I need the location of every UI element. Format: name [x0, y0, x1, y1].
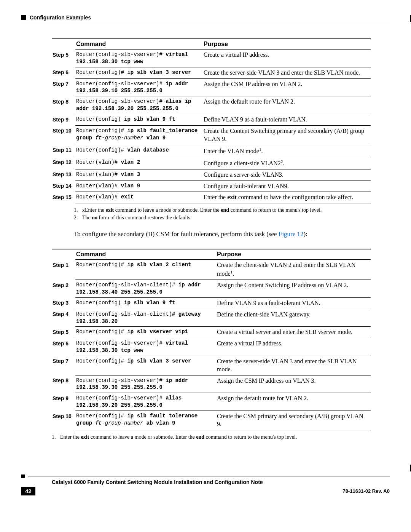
- table-row: Step 10Router(config)# ip slb fault_tole…: [52, 125, 371, 145]
- col-purpose: Purpose: [203, 39, 371, 50]
- command-cell: Router(vlan)# vlan 3: [75, 169, 203, 181]
- table-row: Step 5Router(config)# ip slb vserver vip…: [52, 327, 371, 338]
- table-row: Step 12Router(vlan)# vlan 2Configure a c…: [52, 157, 371, 169]
- table-row: Step 14Router(vlan)# vlan 9Configure a f…: [52, 181, 371, 192]
- command-cell: Router(config-slb-vserver)# alias ip add…: [75, 96, 203, 114]
- purpose-cell: Create a virtual IP address.: [203, 50, 371, 67]
- purpose-cell: Configure a client-side VLAN22.: [203, 157, 371, 169]
- table-row: Step 7Router(config)# ip slb vlan 3 serv…: [52, 356, 371, 375]
- step-label: Step 5: [52, 50, 75, 67]
- purpose-cell: Enter the VLAN mode1.: [203, 145, 371, 157]
- step-label: Step 5: [52, 327, 75, 338]
- step-label: Step 4: [52, 309, 75, 327]
- footnotes-b: 1.Enter the exit command to leave a mode…: [52, 434, 371, 440]
- footnote: 2.The no form of this command restores t…: [74, 215, 371, 221]
- step-label: Step 14: [52, 181, 75, 192]
- purpose-cell: Define VLAN 9 as a fault-tolerant VLAN.: [203, 114, 371, 126]
- table-row: Step 11Router(config)# vlan databaseEnte…: [52, 145, 371, 157]
- purpose-cell: Create the server-side VLAN 3 and enter …: [203, 67, 371, 78]
- step-label: Step 10: [52, 411, 75, 430]
- purpose-cell: Assign the default route for VLAN 2.: [216, 393, 371, 411]
- step-label: Step 6: [52, 67, 75, 78]
- command-cell: Router(config)# ip slb vserver vip1: [75, 327, 216, 338]
- footnote: 1.Enter the exit command to leave a mode…: [52, 434, 371, 440]
- section-title: Configuration Examples: [30, 14, 91, 21]
- command-cell: Router(config)# ip slb vlan 2 client: [75, 260, 216, 280]
- step-label: Step 2: [52, 280, 75, 298]
- footnote-number: 2.: [74, 215, 82, 221]
- step-label: Step 1: [52, 260, 75, 280]
- section-header: Configuration Examples: [21, 14, 390, 21]
- purpose-cell: Create the server-side VLAN 3 and enter …: [216, 356, 371, 375]
- purpose-cell: Define VLAN 9 as a fault-tolerant VLAN.: [216, 297, 371, 309]
- table-row: Step 7Router(config-slb-vserver)# ip add…: [52, 78, 371, 96]
- command-cell: Router(config-slb-vserver)# virtual 192.…: [75, 50, 203, 67]
- step-label: Step 9: [52, 114, 75, 126]
- doc-title: Catalyst 6000 Family Content Switching M…: [52, 479, 390, 485]
- purpose-cell: Create a virtual server and enter the SL…: [216, 327, 371, 338]
- step-label: Step 15: [52, 192, 75, 203]
- step-label: Step 3: [52, 297, 75, 309]
- command-cell: Router(config-slb-vserver)# alias 192.15…: [75, 393, 216, 411]
- command-cell: Router(vlan)# vlan 9: [75, 181, 203, 192]
- para-post: ):: [304, 230, 307, 238]
- footer-rule-line: [28, 476, 390, 476]
- purpose-cell: Create the client-side VLAN 2 and enter …: [216, 260, 371, 280]
- col-purpose: Purpose: [216, 249, 371, 260]
- purpose-cell: Assign the CSM IP address on VLAN 3.: [216, 375, 371, 393]
- command-cell: Router(vlan)# exit: [75, 192, 203, 203]
- command-cell: Router(config)# ip slb vlan 3 server: [75, 67, 203, 78]
- footnote-text: xEnter the exit command to leave a mode …: [82, 207, 322, 213]
- purpose-cell: Assign the default route for VLAN 2.: [203, 96, 371, 114]
- step-label: Step 13: [52, 169, 75, 181]
- step-label: Step 9: [52, 393, 75, 411]
- revision: 78-11631-02 Rev. A0: [342, 488, 390, 494]
- step-label: Step 11: [52, 145, 75, 157]
- content-area: Command Purpose Step 5Router(config-slb-…: [52, 38, 371, 440]
- col-command: Command: [75, 39, 203, 50]
- table-row: Step 3Router(config) ip slb vlan 9 ftDef…: [52, 297, 371, 309]
- table-row: Step 6Router(config-slb-vserver)# virtua…: [52, 338, 371, 356]
- page-number: 42: [21, 487, 35, 495]
- command-cell: Router(config-slb-vserver)# ip addr 192.…: [75, 375, 216, 393]
- intro-paragraph: To configure the secondary (B) CSM for f…: [74, 230, 371, 239]
- footnote: 1.xEnter the exit command to leave a mod…: [74, 207, 371, 213]
- step-label: Step 10: [52, 125, 75, 145]
- table-row: Step 10Router(config)# ip slb fault_tole…: [52, 411, 371, 430]
- page-footer: Catalyst 6000 Family Content Switching M…: [21, 474, 390, 495]
- table-row: Step 13Router(vlan)# vlan 3Configure a s…: [52, 169, 371, 181]
- command-cell: Router(config)# ip slb fault_tolerance g…: [75, 411, 216, 430]
- purpose-cell: Create a virtual IP address.: [216, 338, 371, 356]
- table-row: Step 4Router(config-slb-vlan-client)# ga…: [52, 309, 371, 327]
- footnote-number: 1.: [52, 434, 60, 440]
- table-row: Step 8Router(config-slb-vserver)# ip add…: [52, 375, 371, 393]
- step-label: Step 7: [52, 356, 75, 375]
- step-label: Step 8: [52, 96, 75, 114]
- table-row: Step 8Router(config-slb-vserver)# alias …: [52, 96, 371, 114]
- command-table-b: Command Purpose Step 1Router(config)# ip…: [52, 249, 371, 430]
- table-row: Step 5Router(config-slb-vserver)# virtua…: [52, 50, 371, 67]
- command-cell: Router(config-slb-vserver)# ip addr 192.…: [75, 78, 203, 96]
- table-row: Step 15Router(vlan)# exitEnter the exit …: [52, 192, 371, 203]
- command-cell: Router(config-slb-vlan-client)# gateway …: [75, 309, 216, 327]
- table-row: Step 6Router(config)# ip slb vlan 3 serv…: [52, 67, 371, 78]
- command-cell: Router(config)# vlan database: [75, 145, 203, 157]
- step-label: Step 6: [52, 338, 75, 356]
- header-rule: [21, 23, 390, 23]
- command-cell: Router(config-slb-vserver)# virtual 192.…: [75, 338, 216, 356]
- figure-link[interactable]: Figure 12: [279, 230, 304, 238]
- purpose-cell: Configure a fault-tolerant VLAN9.: [203, 181, 371, 192]
- purpose-cell: Create the Content Switching primary and…: [203, 125, 371, 145]
- page: Configuration Examples Command Purpose S…: [0, 0, 411, 511]
- command-cell: Router(config) ip slb vlan 9 ft: [75, 114, 203, 126]
- command-cell: Router(vlan)# vlan 2: [75, 157, 203, 169]
- command-table-a: Command Purpose Step 5Router(config-slb-…: [52, 38, 371, 203]
- step-label: Step 12: [52, 157, 75, 169]
- step-label: Step 7: [52, 78, 75, 96]
- command-cell: Router(config)# ip slb fault_tolerance g…: [75, 125, 203, 145]
- footnote-number: 1.: [74, 207, 82, 213]
- col-command: Command: [75, 249, 216, 260]
- command-cell: Router(config-slb-vlan-client)# ip addr …: [75, 280, 216, 298]
- command-cell: Router(config)# ip slb vlan 3 server: [75, 356, 216, 375]
- footnote-text: Enter the exit command to leave a mode o…: [60, 434, 297, 440]
